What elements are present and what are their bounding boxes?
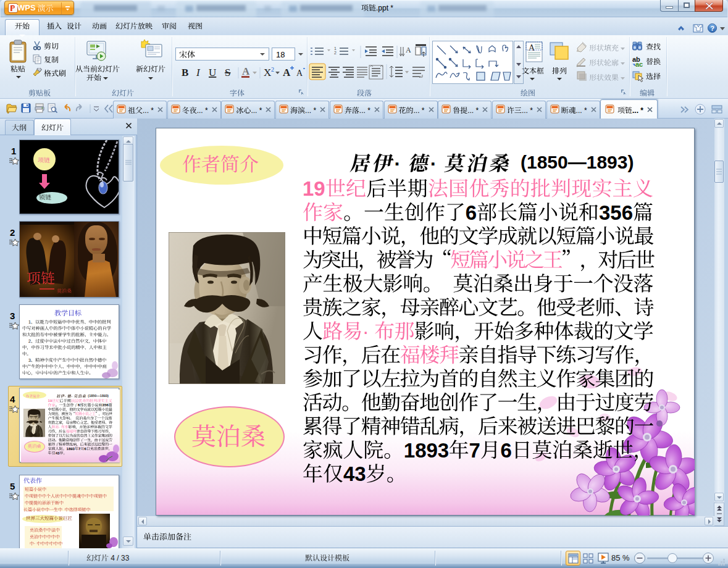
svg-text:A: A — [242, 65, 250, 77]
svg-text:A: A — [529, 43, 535, 52]
svg-text:2: 2 — [271, 66, 274, 73]
svg-text:A: A — [283, 67, 291, 78]
svg-text:ac: ac — [635, 61, 643, 68]
svg-text:S: S — [225, 67, 230, 78]
svg-text:B: B — [182, 67, 188, 78]
svg-text:I: I — [196, 67, 201, 78]
svg-text:A: A — [406, 46, 411, 54]
svg-text:X: X — [264, 67, 271, 78]
svg-text:U: U — [209, 67, 216, 78]
svg-text:2: 2 — [334, 51, 337, 55]
svg-text:?: ? — [710, 25, 714, 32]
svg-text:A: A — [296, 69, 303, 78]
svg-text:1: 1 — [334, 46, 337, 51]
